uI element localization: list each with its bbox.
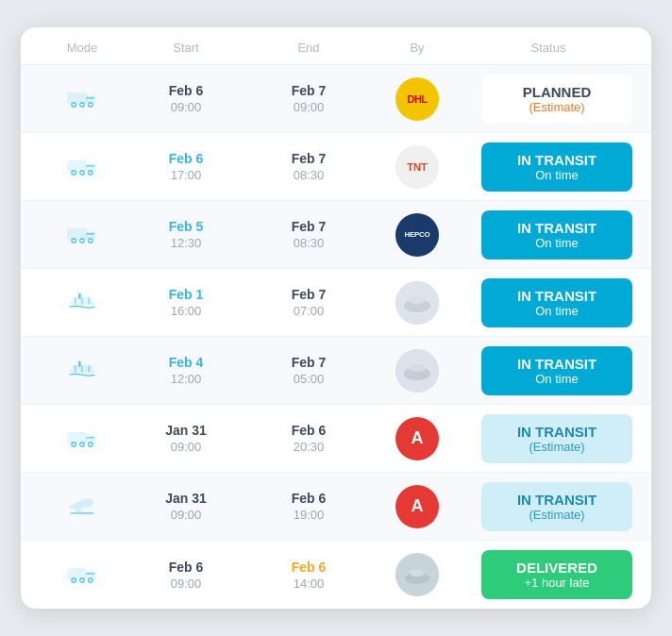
status-top: IN TRANSIT <box>496 424 617 440</box>
status-bottom: (Estimate) <box>496 440 617 454</box>
carrier-avatar: HEPCO <box>395 213 439 257</box>
start-time: 17:00 <box>125 168 247 182</box>
svg-point-4 <box>80 102 84 106</box>
svg-rect-14 <box>68 228 87 240</box>
table-row: Feb 6 09:00 Feb 6 14:00 DELIVERED +1 hou… <box>21 541 651 609</box>
status-badge: IN TRANSIT On time <box>481 278 632 327</box>
status-bottom: On time <box>496 372 617 386</box>
truck-icon <box>67 222 97 248</box>
ship-icon <box>67 358 97 384</box>
status-bottom: On time <box>496 236 617 250</box>
svg-point-46 <box>89 578 92 582</box>
truck-icon <box>67 86 97 112</box>
status-badge: PLANNED (Estimate) <box>481 75 632 124</box>
end-date: Feb 7 <box>247 287 370 302</box>
carrier-cell: DHL <box>370 77 464 121</box>
end-date-cell: Feb 7 05:00 <box>247 355 370 386</box>
table-row: Jan 31 09:00 Feb 6 20:30 A IN TRANSIT (E… <box>21 405 651 473</box>
end-time: 08:30 <box>247 168 370 182</box>
status-badge: IN TRANSIT On time <box>481 210 632 259</box>
start-date-cell: Feb 6 17:00 <box>125 151 247 182</box>
status-cell: IN TRANSIT On time <box>464 142 632 192</box>
truck-icon <box>67 561 97 588</box>
status-bottom: +1 hour late <box>496 576 617 590</box>
start-date-cell: Feb 6 09:00 <box>125 83 247 114</box>
status-bottom: (Estimate) <box>496 100 617 114</box>
table-row: Feb 4 12:00 Feb 7 05:00 IN TRANSIT On ti… <box>21 337 651 405</box>
end-date-cell: Feb 6 14:00 <box>247 560 370 591</box>
status-cell: PLANNED (Estimate) <box>464 75 632 124</box>
start-time: 09:00 <box>125 100 247 114</box>
end-time: 05:00 <box>247 372 370 386</box>
table-header: Mode Start End By Status <box>21 27 651 65</box>
carrier-avatar <box>395 349 439 393</box>
table-row: Feb 5 12:30 Feb 7 08:30 HEPCO IN TRANSIT… <box>21 201 651 269</box>
status-cell: IN TRANSIT On time <box>464 278 632 327</box>
header-start: Start <box>125 41 247 55</box>
status-cell: IN TRANSIT (Estimate) <box>464 482 632 531</box>
mode-cell <box>40 154 125 180</box>
svg-point-3 <box>72 102 76 106</box>
svg-point-44 <box>72 578 76 582</box>
svg-point-17 <box>72 238 76 242</box>
status-bottom: On time <box>496 168 617 182</box>
svg-rect-6 <box>68 160 87 172</box>
mode-cell <box>40 494 125 520</box>
start-date: Feb 6 <box>125 151 247 166</box>
carrier-avatar <box>395 281 439 325</box>
status-top: IN TRANSIT <box>496 220 617 236</box>
carrier-cell <box>370 553 464 596</box>
status-badge: DELIVERED +1 hour late <box>481 550 632 599</box>
mode-cell <box>40 222 125 248</box>
end-date-cell: Feb 7 09:00 <box>247 83 370 114</box>
svg-point-38 <box>80 442 84 445</box>
status-cell: IN TRANSIT (Estimate) <box>464 414 632 463</box>
start-date: Jan 31 <box>125 491 247 506</box>
header-mode: Mode <box>40 41 125 55</box>
svg-point-49 <box>410 569 425 577</box>
end-date: Feb 7 <box>247 83 370 98</box>
end-date: Feb 6 <box>247 423 370 438</box>
carrier-cell <box>370 349 464 393</box>
mode-cell <box>40 86 125 112</box>
mode-cell <box>40 290 125 316</box>
start-date-cell: Jan 31 09:00 <box>125 423 247 454</box>
end-date: Feb 7 <box>247 219 370 234</box>
end-date-cell: Feb 7 08:30 <box>247 219 370 250</box>
status-top: PLANNED <box>496 84 617 100</box>
svg-point-11 <box>89 170 92 174</box>
mode-cell <box>40 561 125 588</box>
table-row: Feb 1 16:00 Feb 7 07:00 IN TRANSIT On ti… <box>21 269 651 337</box>
table-row: Feb 6 17:00 Feb 7 08:30 TNT IN TRANSIT O… <box>21 133 651 201</box>
header-by: By <box>370 41 464 55</box>
start-date-cell: Feb 1 16:00 <box>125 287 247 318</box>
svg-point-37 <box>72 442 76 445</box>
status-badge: IN TRANSIT (Estimate) <box>481 482 632 531</box>
status-badge: IN TRANSIT (Estimate) <box>481 414 632 463</box>
end-time: 20:30 <box>247 440 370 454</box>
carrier-cell <box>370 281 464 325</box>
mode-cell <box>40 358 125 384</box>
svg-point-45 <box>80 578 84 582</box>
start-date-cell: Feb 4 12:00 <box>125 355 247 386</box>
ship-icon <box>67 290 97 316</box>
end-date: Feb 6 <box>247 560 370 575</box>
end-time: 07:00 <box>247 304 370 318</box>
svg-point-33 <box>409 364 426 372</box>
status-top: IN TRANSIT <box>496 356 617 372</box>
status-cell: IN TRANSIT On time <box>464 210 632 259</box>
status-cell: IN TRANSIT On time <box>464 346 632 395</box>
status-top: DELIVERED <box>496 560 617 576</box>
table-row: Jan 31 09:00 Feb 6 19:00 A IN TRANSIT (E… <box>21 473 651 541</box>
carrier-cell: TNT <box>370 145 464 189</box>
end-time: 14:00 <box>247 577 370 591</box>
end-time: 08:30 <box>247 236 370 250</box>
carrier-cell: A <box>370 417 464 460</box>
carrier-avatar <box>395 553 439 596</box>
svg-rect-27 <box>78 361 80 366</box>
start-date: Feb 1 <box>125 287 247 302</box>
status-top: IN TRANSIT <box>496 492 617 508</box>
start-time: 12:30 <box>125 236 247 250</box>
end-date: Feb 6 <box>247 491 370 506</box>
svg-point-19 <box>89 238 92 242</box>
